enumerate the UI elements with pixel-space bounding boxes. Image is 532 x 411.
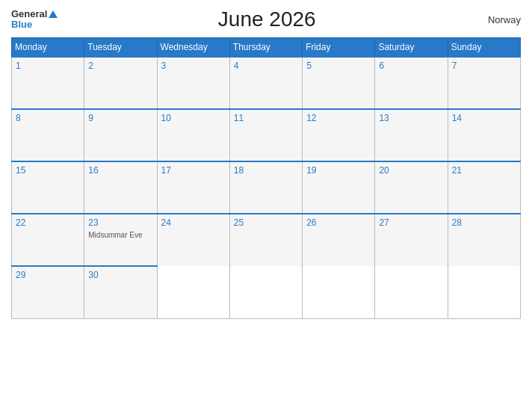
- calendar-day-cell: 3: [157, 57, 229, 109]
- calendar-day-cell: 11: [229, 109, 302, 161]
- col-saturday: Saturday: [375, 38, 448, 58]
- calendar-day-cell: [157, 266, 229, 318]
- calendar-day-cell: 10: [157, 109, 229, 161]
- day-number: 16: [88, 165, 152, 176]
- day-number: 1: [16, 61, 80, 71]
- calendar-day-cell: 29: [12, 266, 84, 318]
- col-monday: Monday: [12, 38, 84, 58]
- day-number: 4: [234, 61, 298, 71]
- header: General Blue June 2026 Norway: [11, 7, 521, 31]
- day-number: 30: [88, 270, 152, 280]
- calendar-day-cell: 1: [12, 57, 84, 109]
- col-friday: Friday: [303, 38, 375, 58]
- calendar-day-cell: [229, 266, 302, 318]
- day-number: 9: [88, 113, 152, 123]
- calendar-day-cell: 2: [84, 57, 157, 109]
- calendar-day-cell: 15: [12, 161, 84, 214]
- day-number: 15: [16, 165, 80, 176]
- day-number: 22: [16, 217, 80, 228]
- calendar-day-cell: 7: [448, 57, 520, 109]
- calendar-week-row: 2930: [12, 266, 521, 318]
- day-number: 27: [379, 217, 443, 228]
- calendar-day-cell: 25: [229, 214, 302, 266]
- calendar-week-row: 1234567: [12, 57, 521, 109]
- calendar-day-cell: 30: [84, 266, 157, 318]
- col-sunday: Sunday: [448, 38, 520, 58]
- calendar-title: June 2026: [58, 7, 476, 31]
- calendar-table: Monday Tuesday Wednesday Thursday Friday…: [11, 37, 521, 319]
- col-wednesday: Wednesday: [157, 38, 229, 58]
- calendar-day-cell: 14: [448, 109, 520, 161]
- calendar-day-cell: 24: [157, 214, 229, 266]
- day-number: 10: [161, 113, 226, 123]
- day-number: 7: [452, 61, 516, 71]
- calendar-day-cell: 17: [157, 161, 229, 214]
- calendar-week-row: 15161718192021: [12, 161, 521, 214]
- day-number: 23: [88, 217, 152, 228]
- day-number: 26: [306, 217, 371, 228]
- day-number: 3: [161, 61, 226, 71]
- calendar-day-cell: 4: [229, 57, 302, 109]
- day-number: 17: [161, 165, 226, 176]
- holiday-label: Midsummar Eve: [88, 231, 142, 239]
- calendar-day-cell: [375, 266, 448, 318]
- calendar-day-cell: [448, 266, 520, 318]
- calendar-day-cell: [303, 266, 375, 318]
- calendar-day-cell: 19: [303, 161, 375, 214]
- weekday-header-row: Monday Tuesday Wednesday Thursday Friday…: [12, 38, 521, 58]
- day-number: 28: [452, 217, 516, 228]
- col-tuesday: Tuesday: [84, 38, 157, 58]
- calendar-day-cell: 26: [303, 214, 375, 266]
- day-number: 13: [379, 113, 443, 123]
- day-number: 5: [306, 61, 371, 71]
- calendar-week-row: 2223Midsummar Eve2425262728: [12, 214, 521, 266]
- day-number: 21: [452, 165, 516, 176]
- calendar-day-cell: 5: [303, 57, 375, 109]
- calendar-day-cell: 13: [375, 109, 448, 161]
- day-number: 6: [379, 61, 443, 71]
- day-number: 8: [16, 113, 80, 123]
- day-number: 25: [234, 217, 298, 228]
- calendar-day-cell: 21: [448, 161, 520, 214]
- calendar-day-cell: 23Midsummar Eve: [84, 214, 157, 266]
- day-number: 2: [88, 61, 152, 71]
- calendar-day-cell: 22: [12, 214, 84, 266]
- calendar-week-row: 891011121314: [12, 109, 521, 161]
- col-thursday: Thursday: [229, 38, 302, 58]
- logo-general-text: General: [11, 9, 47, 19]
- country-label: Norway: [476, 14, 521, 25]
- day-number: 11: [234, 113, 298, 123]
- day-number: 20: [379, 165, 443, 176]
- day-number: 29: [16, 270, 80, 280]
- day-number: 24: [161, 217, 226, 228]
- calendar-day-cell: 28: [448, 214, 520, 266]
- day-number: 14: [452, 113, 516, 123]
- calendar-day-cell: 8: [12, 109, 84, 161]
- logo-blue-text: Blue: [11, 19, 32, 30]
- page: General Blue June 2026 Norway Monday Tue…: [0, 0, 532, 411]
- day-number: 18: [234, 165, 298, 176]
- calendar-day-cell: 20: [375, 161, 448, 214]
- calendar-day-cell: 27: [375, 214, 448, 266]
- calendar-day-cell: 16: [84, 161, 157, 214]
- calendar-day-cell: 12: [303, 109, 375, 161]
- calendar-day-cell: 6: [375, 57, 448, 109]
- calendar-day-cell: 9: [84, 109, 157, 161]
- day-number: 19: [306, 165, 371, 176]
- day-number: 12: [306, 113, 371, 123]
- logo-triangle-icon: [49, 10, 58, 18]
- calendar-day-cell: 18: [229, 161, 302, 214]
- logo: General Blue: [11, 9, 58, 31]
